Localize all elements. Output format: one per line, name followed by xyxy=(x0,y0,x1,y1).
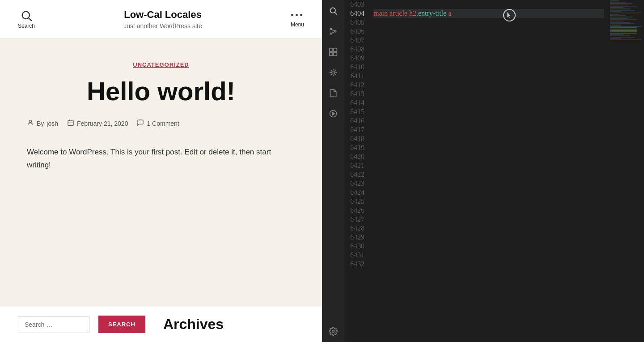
line-number: 6406 xyxy=(349,27,364,36)
comment-icon xyxy=(137,119,144,128)
code-line xyxy=(373,206,604,215)
line-number: 6407 xyxy=(349,36,364,45)
code-line xyxy=(373,215,604,224)
code-line xyxy=(373,0,604,9)
blog-site-title: Low-Cal Locales xyxy=(123,9,202,21)
line-number: 6430 xyxy=(349,242,364,251)
minimap-line xyxy=(610,3,632,4)
menu-button[interactable]: ••• Menu xyxy=(291,11,304,28)
post-author[interactable]: josh xyxy=(47,120,58,127)
blog-title-area: Low-Cal Locales Just another WordPress s… xyxy=(123,9,202,30)
extensions-icon[interactable] xyxy=(327,46,339,58)
code-editor: 6403640464056406640764086409641064116412… xyxy=(322,0,644,342)
code-line xyxy=(373,170,604,179)
line-number: 6408 xyxy=(349,45,364,54)
line-number: 6423 xyxy=(349,179,364,188)
line-number: 6415 xyxy=(349,107,364,116)
code-line xyxy=(373,36,604,45)
svg-rect-17 xyxy=(334,52,337,56)
line-number: 6418 xyxy=(349,134,364,143)
line-number: 6424 xyxy=(349,188,364,197)
code-line xyxy=(373,134,604,143)
search-activity-icon[interactable] xyxy=(327,4,339,17)
minimap-line xyxy=(610,18,628,19)
calendar-icon xyxy=(67,119,74,128)
minimap-line xyxy=(610,13,641,13)
minimap-line xyxy=(610,17,632,17)
minimap-line xyxy=(610,19,637,20)
minimap-line xyxy=(610,23,635,24)
svg-marker-20 xyxy=(332,112,335,115)
code-line xyxy=(373,179,604,188)
settings-icon[interactable] xyxy=(327,325,339,338)
code-line xyxy=(373,260,604,269)
svg-rect-15 xyxy=(334,48,337,52)
code-line xyxy=(373,90,604,98)
svg-point-2 xyxy=(29,120,31,122)
minimap-line xyxy=(610,21,623,21)
svg-point-18 xyxy=(332,71,335,74)
svg-rect-14 xyxy=(330,48,333,52)
line-numbers: 6403640464056406640764086409641064116412… xyxy=(344,0,369,342)
run-icon[interactable] xyxy=(327,107,339,120)
code-line: main article h2.entry-title a xyxy=(373,9,604,18)
line-number: 6412 xyxy=(349,81,364,90)
svg-point-21 xyxy=(332,330,335,333)
search-input[interactable] xyxy=(18,316,89,333)
code-line xyxy=(373,72,604,81)
activity-bar xyxy=(322,0,344,342)
search-button-header[interactable]: Search xyxy=(18,9,35,29)
code-line xyxy=(373,27,604,36)
code-line xyxy=(373,251,604,260)
search-label: Search xyxy=(18,23,35,29)
code-line xyxy=(373,98,604,107)
code-line xyxy=(373,116,604,125)
search-icon xyxy=(20,9,33,22)
code-line xyxy=(373,125,604,134)
svg-point-9 xyxy=(330,28,331,30)
post-title: Hello world! xyxy=(27,77,295,106)
blog-content: UNCATEGORIZED Hello world! By josh xyxy=(0,39,322,307)
post-category[interactable]: UNCATEGORIZED xyxy=(27,61,295,68)
line-number: 6405 xyxy=(349,18,364,27)
search-submit-button[interactable]: SEARCH xyxy=(98,316,145,333)
minimap-line xyxy=(610,38,621,39)
post-meta: By josh February 21, 2020 xyxy=(27,119,295,128)
code-line xyxy=(373,107,604,116)
minimap-line xyxy=(610,26,641,27)
line-number: 6409 xyxy=(349,54,364,63)
post-comments[interactable]: 1 Comment xyxy=(147,120,179,127)
code-line xyxy=(373,81,604,90)
svg-line-1 xyxy=(29,18,31,21)
svg-line-13 xyxy=(332,32,335,33)
line-number: 6419 xyxy=(349,143,364,152)
line-number: 6414 xyxy=(349,98,364,107)
line-number: 6429 xyxy=(349,233,364,242)
line-number: 6420 xyxy=(349,152,364,161)
line-number: 6417 xyxy=(349,125,364,134)
line-number: 6422 xyxy=(349,170,364,179)
line-number: 6404 xyxy=(349,9,364,18)
minimap-line xyxy=(610,33,637,34)
code-line xyxy=(373,224,604,233)
minimap-line xyxy=(610,29,637,30)
minimap-line xyxy=(610,34,623,35)
minimap-line xyxy=(610,4,628,5)
code-line xyxy=(373,161,604,170)
minimap-line xyxy=(610,10,635,11)
source-control-icon[interactable] xyxy=(327,25,339,38)
minimap-line xyxy=(610,6,637,7)
post-body: Welcome to WordPress. This is your first… xyxy=(27,146,295,172)
file-explorer-icon[interactable] xyxy=(327,87,339,99)
blog-panel: Search Low-Cal Locales Just another Word… xyxy=(0,0,322,342)
debug-icon[interactable] xyxy=(327,66,339,79)
code-content[interactable]: main article h2.entry-title a xyxy=(369,0,608,342)
minimap-line xyxy=(610,11,621,12)
line-number: 6403 xyxy=(349,0,364,9)
minimap-line xyxy=(610,35,630,36)
minimap-line xyxy=(610,9,630,9)
minimap-line xyxy=(610,25,621,26)
blog-header: Search Low-Cal Locales Just another Word… xyxy=(0,0,322,39)
line-number: 6410 xyxy=(349,63,364,72)
minimap-line xyxy=(610,15,626,16)
